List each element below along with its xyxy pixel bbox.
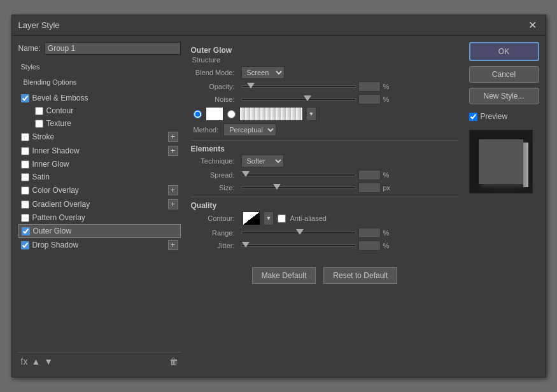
inner-glow-checkbox[interactable] — [21, 160, 29, 169]
anti-aliased-checkbox[interactable] — [278, 214, 286, 223]
gradient-overlay-add-button[interactable]: + — [168, 199, 178, 209]
noise-slider[interactable] — [241, 98, 356, 101]
size-slider[interactable] — [241, 186, 356, 189]
style-item-drop-shadow[interactable]: Drop Shadow + — [18, 238, 181, 252]
style-item-color-overlay[interactable]: Color Overlay + — [18, 183, 181, 197]
style-item-outer-glow[interactable]: Outer Glow — [18, 224, 181, 238]
technique-select[interactable]: Softer Precise — [241, 155, 284, 167]
move-up-button[interactable]: ▲ — [31, 356, 40, 367]
style-item-bevel-emboss[interactable]: Bevel & Emboss — [18, 92, 181, 104]
quality-title: Quality — [191, 201, 459, 210]
style-item-inner-shadow[interactable]: Inner Shadow + — [18, 144, 181, 158]
size-thumb[interactable] — [273, 184, 281, 190]
range-value[interactable]: 50 — [358, 228, 381, 238]
size-unit: px — [383, 184, 393, 192]
gradient-overlay-checkbox[interactable] — [21, 200, 29, 209]
name-label: Name: — [18, 44, 41, 53]
style-item-pattern-overlay[interactable]: Pattern Overlay — [18, 211, 181, 224]
texture-checkbox[interactable] — [35, 120, 43, 128]
cancel-button[interactable]: Cancel — [469, 66, 539, 83]
spread-row: Spread: 0 % — [191, 170, 459, 180]
size-row: Size: 29 px — [191, 183, 459, 193]
stroke-add-button[interactable]: + — [168, 132, 178, 142]
delete-button[interactable]: 🗑 — [169, 356, 178, 367]
jitter-slider[interactable] — [241, 244, 356, 247]
style-item-texture[interactable]: Texture — [18, 117, 181, 130]
opacity-slider[interactable] — [241, 85, 356, 88]
style-item-inner-glow[interactable]: Inner Glow — [18, 158, 181, 171]
spread-thumb[interactable] — [242, 171, 250, 177]
range-thumb[interactable] — [296, 229, 304, 235]
pattern-overlay-checkbox[interactable] — [21, 214, 29, 222]
left-panel: Name: Styles Blending Options Bevel & Em… — [18, 42, 181, 370]
size-value[interactable]: 29 — [358, 183, 381, 193]
style-item-gradient-overlay[interactable]: Gradient Overlay + — [18, 197, 181, 211]
layer-style-dialog: Layer Style ✕ Name: Styles Blending Opti… — [11, 15, 546, 377]
contour-swatch[interactable] — [243, 211, 260, 225]
blend-mode-select[interactable]: Screen Normal Multiply Overlay — [241, 66, 285, 79]
jitter-unit: % — [383, 242, 393, 249]
noise-row: Noise: 57 % — [191, 94, 459, 104]
spread-unit: % — [383, 171, 393, 179]
dialog-title: Layer Style — [18, 20, 60, 30]
opacity-thumb[interactable] — [247, 83, 255, 88]
spread-value[interactable]: 0 — [358, 170, 381, 180]
inner-shadow-checkbox[interactable] — [21, 147, 29, 155]
opacity-value[interactable]: 8 — [358, 81, 381, 92]
style-item-contour[interactable]: Contour — [18, 104, 181, 117]
gradient-radio[interactable] — [227, 110, 236, 118]
range-label: Range: — [191, 229, 239, 237]
preview-check-row: Preview — [469, 112, 539, 121]
contour-dropdown[interactable]: ▼ — [264, 211, 274, 225]
quality-section: Quality Contour: ▼ Anti-aliased Range: — [191, 201, 459, 251]
noise-unit: % — [383, 95, 393, 103]
gradient-swatch[interactable] — [239, 107, 303, 121]
drop-shadow-checkbox[interactable] — [21, 241, 29, 249]
outer-glow-title: Outer Glow — [191, 46, 459, 55]
drop-shadow-add-button[interactable]: + — [168, 240, 178, 250]
inner-shadow-add-button[interactable]: + — [168, 146, 178, 156]
layer-name-input[interactable] — [45, 42, 181, 55]
opacity-row: Opacity: 8 % — [191, 81, 459, 92]
noise-thumb[interactable] — [304, 95, 311, 101]
preview-checkbox[interactable] — [469, 113, 477, 121]
style-item-stroke[interactable]: Stroke + — [18, 130, 181, 144]
make-default-button[interactable]: Make Default — [252, 267, 316, 284]
jitter-value[interactable]: 0 — [358, 241, 381, 251]
stroke-checkbox[interactable] — [21, 133, 29, 141]
bevel-emboss-checkbox[interactable] — [21, 94, 29, 102]
blending-options-label: Blending Options — [21, 77, 80, 87]
gradient-dropdown-arrow[interactable]: ▼ — [307, 107, 317, 121]
new-style-button[interactable]: New Style... — [469, 88, 539, 104]
ok-button[interactable]: OK — [469, 42, 539, 61]
contour-checkbox[interactable] — [35, 107, 43, 115]
elements-section: Elements Technique: Softer Precise Sprea… — [191, 144, 459, 193]
method-row: Method: Perceptual Saturation — [191, 123, 459, 136]
style-item-satin[interactable]: Satin — [18, 171, 181, 183]
center-panel: Outer Glow Structure Blend Mode: Screen … — [186, 42, 464, 370]
outer-glow-checkbox[interactable] — [22, 227, 30, 235]
solid-color-radio[interactable] — [194, 110, 202, 118]
reset-to-default-button[interactable]: Reset to Default — [323, 267, 397, 284]
fx-button[interactable]: fx — [21, 356, 28, 367]
bottom-buttons: Make Default Reset to Default — [186, 261, 464, 286]
color-overlay-checkbox[interactable] — [21, 186, 29, 195]
color-overlay-add-button[interactable]: + — [168, 185, 178, 195]
opacity-label: Opacity: — [191, 83, 239, 90]
move-down-button[interactable]: ▼ — [44, 356, 53, 367]
range-slider[interactable] — [241, 232, 356, 234]
range-row: Range: 50 % — [191, 228, 459, 238]
bottom-icons: fx ▲ ▼ 🗑 — [18, 352, 181, 370]
noise-value[interactable]: 57 — [358, 94, 381, 104]
solid-color-swatch[interactable] — [206, 107, 223, 121]
blending-options-item[interactable]: Blending Options — [18, 75, 181, 89]
spread-slider[interactable] — [241, 174, 356, 176]
jitter-thumb[interactable] — [242, 242, 250, 248]
color-row: ▼ — [191, 107, 459, 121]
structure-title: Structure — [191, 56, 459, 64]
dialog-close-button[interactable]: ✕ — [526, 19, 539, 31]
name-row: Name: — [18, 42, 181, 55]
method-select[interactable]: Perceptual Saturation — [223, 123, 276, 136]
dialog-titlebar: Layer Style ✕ — [12, 15, 546, 36]
satin-checkbox[interactable] — [21, 173, 29, 181]
